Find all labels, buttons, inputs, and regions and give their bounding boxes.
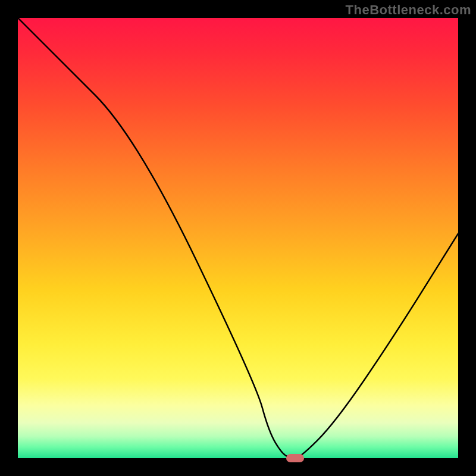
optimum-marker xyxy=(286,454,304,462)
chart-frame: TheBottleneck.com xyxy=(0,0,476,476)
bottleneck-curve xyxy=(18,18,458,458)
watermark-text: TheBottleneck.com xyxy=(346,2,471,18)
plot-area xyxy=(18,18,458,458)
